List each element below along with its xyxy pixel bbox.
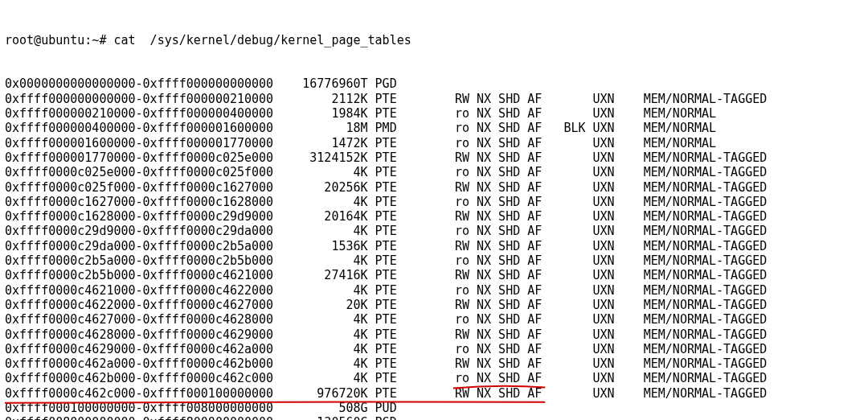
region-size: 20164K (280, 209, 375, 224)
addr-range: 0xffff0000c29d9000-0xffff0000c29da000 (5, 224, 280, 238)
addr-range: 0xffff008000000000-0xffff800000000000 (5, 415, 280, 420)
permissions: ro NX SHD AF (455, 136, 556, 150)
table-row: 0xffff000001770000-0xffff0000c025e000 31… (5, 150, 863, 165)
memory-attr: MEM/NORMAL-TAGGED (644, 165, 768, 179)
permissions: ro NX SHD AF (455, 253, 556, 268)
region-size: 4K (280, 283, 375, 298)
block-flag: UXN (556, 224, 614, 238)
addr-range: 0xffff0000c462c000-0xffff000100000000 (5, 386, 280, 401)
memory-attr: MEM/NORMAL (644, 121, 716, 135)
addr-range: 0xffff000000000000-0xffff000000210000 (5, 92, 280, 106)
permissions: RW NX SHD AF (455, 356, 556, 371)
entry-type: PGD (375, 76, 404, 91)
region-size: 1984K (280, 106, 375, 121)
addr-range: 0xffff0000c462a000-0xffff0000c462b000 (5, 356, 280, 371)
entry-type: PTE (375, 209, 404, 224)
addr-range: 0xffff000001770000-0xffff0000c025e000 (5, 150, 280, 165)
permissions: ro NX SHD AF (455, 342, 556, 356)
block-flag: UXN (556, 312, 614, 327)
entry-type: PTE (375, 239, 404, 253)
entry-type: PTE (375, 298, 404, 312)
block-flag: UXN (556, 386, 614, 401)
region-size: 1472K (280, 136, 375, 150)
addr-range: 0xffff0000c4629000-0xffff0000c462a000 (5, 342, 280, 356)
memory-attr: MEM/NORMAL-TAGGED (644, 342, 768, 356)
block-flag: UXN (556, 106, 614, 121)
table-row: 0xffff0000c2b5b000-0xffff0000c4621000 27… (5, 268, 863, 282)
memory-attr: MEM/NORMAL-TAGGED (644, 150, 768, 165)
region-size: 4K (280, 165, 375, 179)
addr-range: 0xffff000001600000-0xffff000001770000 (5, 136, 280, 150)
table-row: 0xffff000000400000-0xffff000001600000 18… (5, 121, 863, 135)
entry-type: PUD (375, 401, 404, 415)
table-row: 0x0000000000000000-0xffff000000000000 16… (5, 76, 863, 91)
permissions: RW NX SHD AF (455, 268, 556, 282)
memory-attr: MEM/NORMAL (644, 106, 716, 121)
region-size: 4K (280, 342, 375, 356)
addr-range: 0xffff000100000000-0xffff008000000000 (5, 401, 280, 415)
region-size: 20K (280, 298, 375, 312)
memory-attr: MEM/NORMAL (644, 136, 716, 150)
table-row: 0xffff0000c025f000-0xffff0000c1627000 20… (5, 180, 863, 195)
entry-type: PTE (375, 253, 404, 268)
addr-range: 0xffff0000c2b5b000-0xffff0000c4621000 (5, 268, 280, 282)
memory-attr: MEM/NORMAL-TAGGED (644, 312, 768, 327)
block-flag: BLK UXN (556, 121, 614, 135)
region-size: 18M (280, 121, 375, 135)
prompt-command: cat /sys/kernel/debug/kernel_page_tables (113, 33, 411, 47)
entry-type: PGD (375, 415, 404, 420)
region-size: 4K (280, 195, 375, 209)
permissions: ro NX SHD AF (455, 165, 556, 179)
entry-type: PTE (375, 342, 404, 356)
table-row: 0xffff0000c462b000-0xffff0000c462c000 4K… (5, 371, 863, 385)
memory-attr: MEM/NORMAL-TAGGED (644, 356, 768, 371)
entry-type: PTE (375, 312, 404, 327)
addr-range: 0xffff0000c4628000-0xffff0000c4629000 (5, 327, 280, 342)
region-size: 130560G (280, 415, 375, 420)
prompt-cwd: :~# (84, 33, 106, 47)
table-row: 0xffff0000c1628000-0xffff0000c29d9000 20… (5, 209, 863, 224)
block-flag: UXN (556, 195, 614, 209)
addr-range: 0x0000000000000000-0xffff000000000000 (5, 76, 280, 91)
addr-range: 0xffff0000c025f000-0xffff0000c1627000 (5, 180, 280, 195)
addr-range: 0xffff0000c1627000-0xffff0000c1628000 (5, 195, 280, 209)
table-row: 0xffff0000c4628000-0xffff0000c4629000 4K… (5, 327, 863, 342)
block-flag: UXN (556, 253, 614, 268)
block-flag: UXN (556, 268, 614, 282)
block-flag: UXN (556, 180, 614, 195)
addr-range: 0xffff0000c29da000-0xffff0000c2b5a000 (5, 239, 280, 253)
region-size: 3124152K (280, 150, 375, 165)
block-flag: UXN (556, 92, 614, 106)
permissions: ro NX SHD AF (455, 283, 556, 298)
block-flag: UXN (556, 283, 614, 298)
memory-attr: MEM/NORMAL-TAGGED (644, 268, 768, 282)
prompt-user-host: root@ubuntu (5, 33, 84, 47)
table-row: 0xffff0000c29da000-0xffff0000c2b5a000 15… (5, 239, 863, 253)
entry-type: PTE (375, 371, 404, 385)
entry-type: PMD (375, 121, 404, 135)
permissions: ro NX SHD AF (455, 371, 556, 385)
region-size: 976720K (280, 386, 375, 401)
memory-attr: MEM/NORMAL-TAGGED (644, 386, 768, 401)
block-flag: UXN (556, 165, 614, 179)
table-row: 0xffff000000210000-0xffff000000400000 19… (5, 106, 863, 121)
table-row: 0xffff0000c29d9000-0xffff0000c29da000 4K… (5, 224, 863, 238)
addr-range: 0xffff000000210000-0xffff000000400000 (5, 106, 280, 121)
region-size: 4K (280, 327, 375, 342)
entry-type: PTE (375, 195, 404, 209)
entry-type: PTE (375, 268, 404, 282)
output-body: 0x0000000000000000-0xffff000000000000 16… (5, 76, 863, 420)
memory-attr: MEM/NORMAL-TAGGED (644, 253, 768, 268)
table-row: 0xffff0000c4627000-0xffff0000c4628000 4K… (5, 312, 863, 327)
region-size: 2112K (280, 92, 375, 106)
permissions: RW NX SHD AF (455, 386, 556, 401)
terminal-window[interactable]: root@ubuntu:~# cat /sys/kernel/debug/ker… (0, 0, 868, 420)
entry-type: PTE (375, 386, 404, 401)
permissions: ro NX SHD AF (455, 121, 556, 135)
region-size: 4K (280, 371, 375, 385)
permissions: RW NX SHD AF (455, 327, 556, 342)
entry-type: PTE (375, 165, 404, 179)
table-row: 0xffff000100000000-0xffff008000000000 50… (5, 401, 863, 415)
region-size: 4K (280, 253, 375, 268)
table-row: 0xffff000000000000-0xffff000000210000 21… (5, 92, 863, 106)
